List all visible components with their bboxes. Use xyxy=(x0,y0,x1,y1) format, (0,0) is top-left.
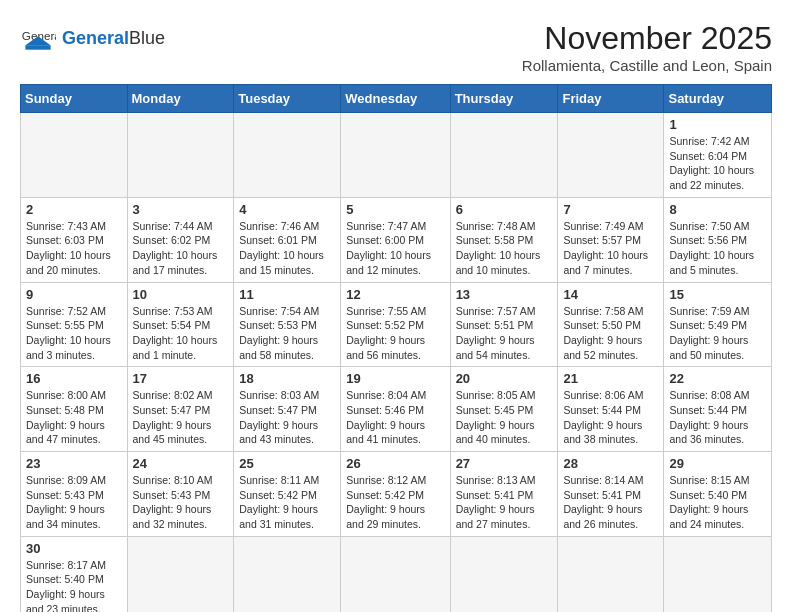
weekday-header-sunday: Sunday xyxy=(21,85,128,113)
day-info: Sunrise: 8:14 AMSunset: 5:41 PMDaylight:… xyxy=(563,473,658,532)
day-info: Sunrise: 7:50 AMSunset: 5:56 PMDaylight:… xyxy=(669,219,766,278)
day-number: 15 xyxy=(669,287,766,302)
calendar-cell-empty xyxy=(450,536,558,612)
day-info: Sunrise: 7:54 AMSunset: 5:53 PMDaylight:… xyxy=(239,304,335,363)
calendar-row: 16Sunrise: 8:00 AMSunset: 5:48 PMDayligh… xyxy=(21,367,772,452)
calendar-cell: 12Sunrise: 7:55 AMSunset: 5:52 PMDayligh… xyxy=(341,282,450,367)
day-info: Sunrise: 8:02 AMSunset: 5:47 PMDaylight:… xyxy=(133,388,229,447)
day-number: 28 xyxy=(563,456,658,471)
day-number: 2 xyxy=(26,202,122,217)
weekday-header-row: SundayMondayTuesdayWednesdayThursdayFrid… xyxy=(21,85,772,113)
calendar-cell: 4Sunrise: 7:46 AMSunset: 6:01 PMDaylight… xyxy=(234,197,341,282)
logo-icon: General xyxy=(20,20,56,56)
day-info: Sunrise: 7:52 AMSunset: 5:55 PMDaylight:… xyxy=(26,304,122,363)
calendar-cell: 26Sunrise: 8:12 AMSunset: 5:42 PMDayligh… xyxy=(341,452,450,537)
day-info: Sunrise: 8:17 AMSunset: 5:40 PMDaylight:… xyxy=(26,558,122,612)
calendar-cell: 25Sunrise: 8:11 AMSunset: 5:42 PMDayligh… xyxy=(234,452,341,537)
day-number: 16 xyxy=(26,371,122,386)
calendar-cell-empty xyxy=(341,536,450,612)
weekday-header-monday: Monday xyxy=(127,85,234,113)
weekday-header-thursday: Thursday xyxy=(450,85,558,113)
calendar-cell: 9Sunrise: 7:52 AMSunset: 5:55 PMDaylight… xyxy=(21,282,128,367)
day-number: 14 xyxy=(563,287,658,302)
calendar-table: SundayMondayTuesdayWednesdayThursdayFrid… xyxy=(20,84,772,612)
day-info: Sunrise: 8:03 AMSunset: 5:47 PMDaylight:… xyxy=(239,388,335,447)
calendar-cell: 21Sunrise: 8:06 AMSunset: 5:44 PMDayligh… xyxy=(558,367,664,452)
day-number: 1 xyxy=(669,117,766,132)
calendar-cell xyxy=(558,113,664,198)
day-number: 10 xyxy=(133,287,229,302)
day-info: Sunrise: 7:53 AMSunset: 5:54 PMDaylight:… xyxy=(133,304,229,363)
day-number: 22 xyxy=(669,371,766,386)
calendar-cell: 5Sunrise: 7:47 AMSunset: 6:00 PMDaylight… xyxy=(341,197,450,282)
day-info: Sunrise: 7:57 AMSunset: 5:51 PMDaylight:… xyxy=(456,304,553,363)
day-number: 5 xyxy=(346,202,444,217)
day-info: Sunrise: 8:10 AMSunset: 5:43 PMDaylight:… xyxy=(133,473,229,532)
calendar-cell: 17Sunrise: 8:02 AMSunset: 5:47 PMDayligh… xyxy=(127,367,234,452)
day-info: Sunrise: 8:00 AMSunset: 5:48 PMDaylight:… xyxy=(26,388,122,447)
day-info: Sunrise: 8:09 AMSunset: 5:43 PMDaylight:… xyxy=(26,473,122,532)
day-number: 24 xyxy=(133,456,229,471)
svg-rect-2 xyxy=(25,45,50,50)
calendar-cell xyxy=(234,113,341,198)
day-number: 21 xyxy=(563,371,658,386)
calendar-cell: 10Sunrise: 7:53 AMSunset: 5:54 PMDayligh… xyxy=(127,282,234,367)
day-info: Sunrise: 8:11 AMSunset: 5:42 PMDaylight:… xyxy=(239,473,335,532)
calendar-cell-empty xyxy=(127,536,234,612)
weekday-header-saturday: Saturday xyxy=(664,85,772,113)
calendar-cell: 11Sunrise: 7:54 AMSunset: 5:53 PMDayligh… xyxy=(234,282,341,367)
day-info: Sunrise: 7:46 AMSunset: 6:01 PMDaylight:… xyxy=(239,219,335,278)
day-number: 9 xyxy=(26,287,122,302)
calendar-cell: 1Sunrise: 7:42 AMSunset: 6:04 PMDaylight… xyxy=(664,113,772,198)
calendar-cell: 6Sunrise: 7:48 AMSunset: 5:58 PMDaylight… xyxy=(450,197,558,282)
calendar-cell-empty xyxy=(234,536,341,612)
calendar-cell xyxy=(341,113,450,198)
calendar-cell xyxy=(450,113,558,198)
calendar-cell: 16Sunrise: 8:00 AMSunset: 5:48 PMDayligh… xyxy=(21,367,128,452)
calendar-row: 2Sunrise: 7:43 AMSunset: 6:03 PMDaylight… xyxy=(21,197,772,282)
calendar-cell: 23Sunrise: 8:09 AMSunset: 5:43 PMDayligh… xyxy=(21,452,128,537)
calendar-cell: 8Sunrise: 7:50 AMSunset: 5:56 PMDaylight… xyxy=(664,197,772,282)
day-number: 29 xyxy=(669,456,766,471)
day-number: 26 xyxy=(346,456,444,471)
calendar-cell: 13Sunrise: 7:57 AMSunset: 5:51 PMDayligh… xyxy=(450,282,558,367)
calendar-cell: 20Sunrise: 8:05 AMSunset: 5:45 PMDayligh… xyxy=(450,367,558,452)
title-block: November 2025 Rollamienta, Castille and … xyxy=(522,20,772,74)
calendar-cell: 29Sunrise: 8:15 AMSunset: 5:40 PMDayligh… xyxy=(664,452,772,537)
day-info: Sunrise: 8:04 AMSunset: 5:46 PMDaylight:… xyxy=(346,388,444,447)
weekday-header-tuesday: Tuesday xyxy=(234,85,341,113)
calendar-cell: 19Sunrise: 8:04 AMSunset: 5:46 PMDayligh… xyxy=(341,367,450,452)
month-title: November 2025 xyxy=(522,20,772,57)
day-info: Sunrise: 7:48 AMSunset: 5:58 PMDaylight:… xyxy=(456,219,553,278)
day-info: Sunrise: 8:08 AMSunset: 5:44 PMDaylight:… xyxy=(669,388,766,447)
calendar-cell: 28Sunrise: 8:14 AMSunset: 5:41 PMDayligh… xyxy=(558,452,664,537)
day-number: 3 xyxy=(133,202,229,217)
location-title: Rollamienta, Castille and Leon, Spain xyxy=(522,57,772,74)
calendar-cell: 18Sunrise: 8:03 AMSunset: 5:47 PMDayligh… xyxy=(234,367,341,452)
day-number: 11 xyxy=(239,287,335,302)
calendar-cell xyxy=(21,113,128,198)
weekday-header-friday: Friday xyxy=(558,85,664,113)
day-number: 8 xyxy=(669,202,766,217)
day-number: 25 xyxy=(239,456,335,471)
calendar-cell-empty xyxy=(664,536,772,612)
calendar-row: 9Sunrise: 7:52 AMSunset: 5:55 PMDaylight… xyxy=(21,282,772,367)
day-number: 7 xyxy=(563,202,658,217)
calendar-cell: 24Sunrise: 8:10 AMSunset: 5:43 PMDayligh… xyxy=(127,452,234,537)
calendar-cell xyxy=(127,113,234,198)
day-info: Sunrise: 7:42 AMSunset: 6:04 PMDaylight:… xyxy=(669,134,766,193)
day-number: 18 xyxy=(239,371,335,386)
day-number: 19 xyxy=(346,371,444,386)
calendar-cell: 15Sunrise: 7:59 AMSunset: 5:49 PMDayligh… xyxy=(664,282,772,367)
calendar-cell-empty xyxy=(558,536,664,612)
logo-text: GeneralBlue xyxy=(62,28,165,49)
day-number: 17 xyxy=(133,371,229,386)
calendar-cell: 22Sunrise: 8:08 AMSunset: 5:44 PMDayligh… xyxy=(664,367,772,452)
day-number: 23 xyxy=(26,456,122,471)
day-info: Sunrise: 7:43 AMSunset: 6:03 PMDaylight:… xyxy=(26,219,122,278)
calendar-cell: 7Sunrise: 7:49 AMSunset: 5:57 PMDaylight… xyxy=(558,197,664,282)
calendar-cell: 3Sunrise: 7:44 AMSunset: 6:02 PMDaylight… xyxy=(127,197,234,282)
day-info: Sunrise: 7:55 AMSunset: 5:52 PMDaylight:… xyxy=(346,304,444,363)
day-info: Sunrise: 8:12 AMSunset: 5:42 PMDaylight:… xyxy=(346,473,444,532)
page-header: General GeneralBlue November 2025 Rollam… xyxy=(20,20,772,74)
